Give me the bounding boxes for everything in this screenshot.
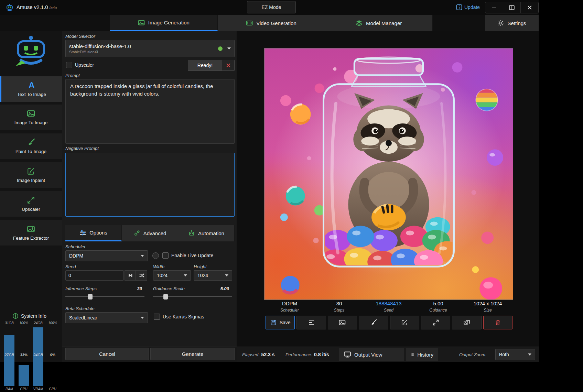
width-label: Width [153,264,164,269]
compare-images-button[interactable] [452,316,481,329]
model-selector-right [218,46,231,51]
send-to-image-to-image-button[interactable] [328,316,357,329]
result-scheduler: DDPM Scheduler [265,301,314,315]
generated-image-frame [264,48,513,300]
subtab-automation[interactable]: Automation [178,225,235,241]
guidance-scale-slider-handle[interactable] [163,294,168,300]
inference-steps-slider[interactable] [65,296,144,297]
image-compare-icon [463,319,470,326]
subtab-options[interactable]: Options [65,225,122,241]
save-image-button[interactable]: Save [266,316,295,329]
save-icon [270,319,277,326]
scheduler-dropdown[interactable]: DDPM [65,250,148,261]
history-list-icon [411,351,414,358]
minimize-button[interactable] [485,2,503,13]
generate-button[interactable]: Generate [150,348,235,360]
cancel-load-button[interactable] [222,60,235,71]
desktop: Amuse v2.1.0beta EZ Mode Update [0,0,583,392]
subtab-advanced[interactable]: Advanced [122,225,178,241]
sidebar-item-text-to-image[interactable]: A Text To Image [0,76,62,102]
live-update-toggle[interactable] [152,252,159,259]
image-icon [27,109,35,118]
model-selector-dropdown[interactable]: stable-diffusion-xl-base-1.0 StableDiffu… [65,40,235,57]
width-dropdown[interactable]: 1024 [153,270,191,281]
image-sparkle-icon [27,225,35,233]
sidebar: AMUSE A Text To Image Image To Image Pai… [0,31,62,362]
seed-link[interactable]: 188848413 [364,301,413,306]
minimize-icon [492,5,496,10]
upscaler-checkbox[interactable] [66,62,72,68]
prompt-input[interactable]: A raccoon trapped inside a glass jar ful… [65,79,235,144]
settings-button[interactable]: Settings [485,15,539,31]
seed-randomize-button[interactable] [136,270,147,281]
system-usage-values: 27GB 33% 24GB 0% [2,353,60,357]
amuse-robot-logo [11,35,51,68]
seed-reset-button[interactable] [125,270,136,281]
send-to-paint-button[interactable] [359,316,388,329]
send-to-inpaint-button[interactable] [390,316,419,329]
cancel-button[interactable]: Cancel [65,348,149,360]
status-bar: Elapsed:52.3 s Performance:0.8 it/s Outp… [237,347,539,362]
chevron-down-icon [227,47,231,50]
output-zoom-dropdown[interactable]: Both [495,349,535,360]
sidebar-item-image-inpaint[interactable]: Image Inpaint [0,162,62,188]
maximize-icon [509,5,515,10]
sidebar-item-image-to-image[interactable]: Image To Image [0,105,62,130]
sidebar-item-paint-to-image[interactable]: Paint To Image [0,133,62,159]
close-button[interactable] [521,2,538,13]
live-update-checkbox[interactable] [162,252,169,259]
guidance-scale-slider[interactable] [153,296,232,297]
send-to-upscaler-button[interactable] [421,316,450,329]
tab-model-manager[interactable]: Model Manager [325,15,433,31]
prompt-label: Prompt [65,73,80,78]
maximize-button[interactable] [503,2,521,13]
brush-icon [27,138,35,146]
ram-bar [4,335,14,386]
amuse-logo-icon [6,3,14,12]
film-icon [246,20,253,26]
negative-prompt-input[interactable] [65,153,235,217]
close-icon [527,5,532,10]
output-view-button[interactable]: Output View [339,348,404,361]
output-zoom-label: Output Zoom: [459,352,486,357]
guidance-scale-label: Guidance Scale [153,286,185,291]
inference-steps-value: 30 [132,286,142,291]
seed-input[interactable] [65,270,124,281]
ready-status-badge: Ready! [188,60,222,71]
copy-prompt-button[interactable] [296,316,326,329]
resize-arrows-icon [27,196,35,204]
edit-icon [27,167,35,175]
delete-image-button[interactable] [483,316,512,329]
chevron-down-icon [225,274,228,276]
form-footer: Cancel Generate [62,347,237,362]
karras-sigmas-checkbox[interactable] [154,314,160,320]
tab-image-generation[interactable]: Image Generation [110,15,218,31]
red-x-icon [226,63,231,68]
beta-schedule-dropdown[interactable]: ScaledLinear [65,312,148,323]
main-tabs: Image Generation Video Generation Model … [110,15,433,31]
image-icon [339,319,346,326]
chevron-down-icon [141,317,144,319]
tab-video-generation[interactable]: Video Generation [218,15,325,31]
height-dropdown[interactable]: 1024 [194,270,232,281]
cpu-bar [19,365,29,386]
shuffle-icon [139,273,144,278]
beta-schedule-label: Beta Schedule [65,306,95,311]
titlebar: Amuse v2.1.0beta EZ Mode Update [0,0,539,15]
history-button[interactable]: History [406,348,438,361]
result-steps: 30 Steps [314,301,364,315]
gears-icon [133,230,140,237]
sidebar-item-feature-extractor[interactable]: Feature Extractor [0,220,62,246]
karras-sigmas-label: Use Karras Sigmas [163,314,204,319]
update-button[interactable]: Update [456,4,480,10]
inference-steps-slider-handle[interactable] [88,294,93,300]
skip-end-icon [128,273,133,278]
seed-label: Seed [65,264,76,269]
height-label: Height [194,264,207,269]
model-ready-dot [218,46,223,51]
window-controls [485,2,539,13]
sidebar-item-upscaler[interactable]: Upscaler [0,191,62,217]
model-name: stable-diffusion-xl-base-1.0 [69,43,131,49]
ez-mode-button[interactable]: EZ Mode [247,1,296,13]
resize-arrows-icon [432,319,439,326]
